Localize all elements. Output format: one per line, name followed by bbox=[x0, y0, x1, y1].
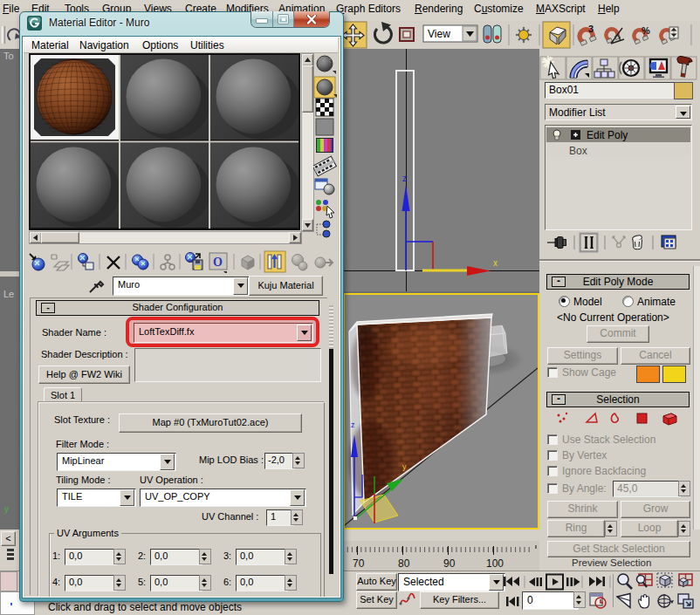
svg-text:%: % bbox=[642, 25, 650, 36]
svg-text:z: z bbox=[351, 420, 355, 429]
svg-text:View: View bbox=[428, 28, 450, 40]
svg-text:O: O bbox=[213, 256, 223, 269]
svg-text:100: 100 bbox=[486, 557, 504, 570]
svg-text:90: 90 bbox=[443, 557, 456, 570]
svg-text:3: 3 bbox=[588, 24, 594, 34]
svg-text:x: x bbox=[493, 258, 498, 268]
svg-text:70: 70 bbox=[353, 557, 365, 570]
svg-text:y: y bbox=[402, 462, 407, 471]
svg-text:80: 80 bbox=[398, 557, 410, 570]
svg-text:z: z bbox=[402, 174, 407, 183]
